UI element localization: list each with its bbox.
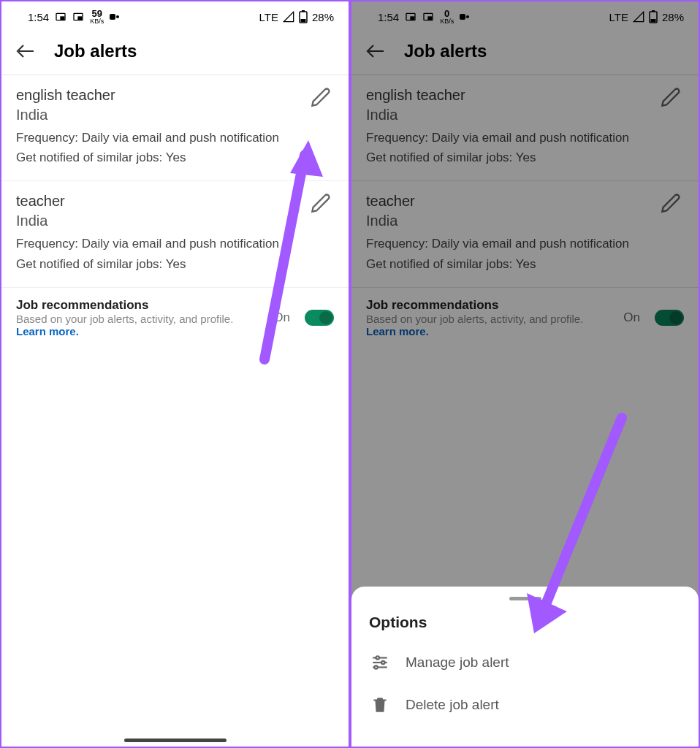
delete-job-alert-option[interactable]: Delete job alert [351,684,699,726]
status-bar: 1:54 59KB/s LTE 28% [1,1,349,31]
svg-rect-1 [61,17,64,19]
svg-rect-4 [110,14,115,20]
battery-icon [299,10,308,23]
alert-similar: Get notified of similar jobs: Yes [16,254,334,274]
alert-item-0[interactable]: english teacher India Frequency: Daily v… [1,75,349,181]
svg-point-23 [374,665,377,668]
recs-title: Job recommendations [16,298,265,313]
alert-title: english teacher [16,87,334,104]
svg-rect-3 [78,17,82,19]
recs-toggle[interactable] [305,310,334,326]
alert-frequency: Frequency: Daily via email and push noti… [16,234,334,253]
status-time: 1:54 [28,11,49,23]
sheet-drag-handle[interactable] [509,597,541,600]
alert-item-1[interactable]: teacher India Frequency: Daily via email… [1,181,349,287]
network-speed: 59KB/s [90,9,104,25]
svg-point-21 [381,661,384,664]
delete-label: Delete job alert [406,697,499,713]
learn-more-link[interactable]: Learn more. [16,325,79,337]
alert-similar: Get notified of similar jobs: Yes [16,148,334,167]
back-button[interactable] [15,42,38,60]
manage-label: Manage job alert [406,654,509,671]
notification-dot-icon [110,12,120,22]
android-nav-bar[interactable] [124,739,227,742]
alert-location: India [16,213,334,229]
signal-icon [283,11,294,23]
options-bottom-sheet: Options Manage job alert Delete job aler… [351,587,699,747]
sliders-icon [370,653,389,672]
svg-point-19 [376,656,379,659]
edit-alert-button[interactable] [311,87,331,107]
recs-state: On [273,310,290,325]
edit-alert-button[interactable] [311,193,331,213]
svg-point-5 [116,15,119,18]
sheet-title: Options [351,614,699,641]
svg-rect-8 [300,19,305,22]
alert-location: India [16,107,334,123]
trash-icon [370,695,389,714]
job-recommendations-row: Job recommendations Based on your job al… [1,288,349,348]
pip-icon-2 [72,11,84,23]
signal-type: LTE [259,11,278,23]
recs-subtitle: Based on your job alerts, activity, and … [16,313,265,325]
page-header: Job alerts [1,31,349,75]
page-title: Job alerts [54,41,137,61]
pip-icon-1 [55,11,66,23]
battery-percent: 28% [312,11,334,23]
manage-job-alert-option[interactable]: Manage job alert [351,641,699,684]
screenshot-right: 1:54 0KB/s LTE 28% Job alerts english te… [350,0,700,748]
alert-frequency: Frequency: Daily via email and push noti… [16,128,334,148]
alert-title: teacher [16,193,334,210]
screenshot-left: 1:54 59KB/s LTE 28% Job alerts english t… [0,0,350,748]
svg-rect-7 [302,10,305,12]
